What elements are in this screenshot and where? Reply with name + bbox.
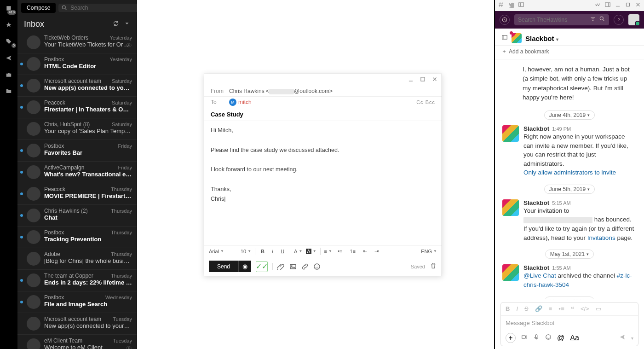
- dropdown-icon[interactable]: [124, 20, 130, 29]
- mention-icon[interactable]: @: [557, 334, 564, 342]
- win-min-icon[interactable]: [615, 1, 621, 10]
- image-icon[interactable]: [289, 263, 297, 270]
- slack-popout-icon[interactable]: [604, 1, 611, 10]
- send-more-button[interactable]: ◉: [238, 261, 251, 272]
- slack-message-input[interactable]: Message Slackbot: [501, 316, 638, 330]
- email-message[interactable]: eM Client TeamTuesday Welcome to eM Clie…: [17, 335, 137, 349]
- date-divider[interactable]: May 1st, 2021▾: [545, 250, 594, 259]
- maximize-icon[interactable]: [420, 76, 426, 84]
- refresh-icon[interactable]: [113, 20, 119, 29]
- font-select[interactable]: Arial▼: [209, 249, 224, 254]
- bold-icon[interactable]: B: [506, 305, 510, 313]
- bold-icon[interactable]: B: [259, 248, 266, 255]
- email-message[interactable]: The team at CopperThursday Ends in 2 day…: [17, 270, 137, 291]
- search-field[interactable]: [58, 4, 142, 12]
- send-more-icon[interactable]: ▾: [631, 336, 633, 341]
- rail-star-icon[interactable]: [3, 19, 14, 30]
- mention-link[interactable]: @Live Chat: [523, 272, 556, 279]
- rail-briefcase-icon[interactable]: [3, 69, 14, 80]
- emoji-icon[interactable]: [313, 263, 321, 270]
- user-avatar[interactable]: [628, 14, 639, 25]
- message-date: Saturday: [112, 122, 132, 127]
- svg-point-33: [546, 335, 551, 340]
- close-icon[interactable]: [431, 76, 438, 84]
- strike-icon[interactable]: S: [524, 305, 529, 313]
- email-message[interactable]: PeacockThursday MOVIE PREMIERE | Firesta…: [17, 183, 137, 205]
- filter-icon[interactable]: [590, 16, 596, 24]
- compose-body[interactable]: Hi Mitch, Please find the case study we …: [204, 121, 442, 245]
- email-message[interactable]: PostboxFriday Favorites Bar: [17, 140, 137, 162]
- svg-rect-25: [605, 3, 610, 6]
- history-icon[interactable]: [500, 15, 510, 25]
- compose-button[interactable]: Compose: [21, 3, 56, 13]
- send-button[interactable]: Send: [209, 261, 238, 272]
- email-message[interactable]: TicketWeb OrdersYesterday Your TicketWeb…: [17, 32, 137, 53]
- search-icon: [61, 5, 68, 11]
- search-input[interactable]: [70, 5, 139, 11]
- slack-panel-icon[interactable]: [518, 1, 524, 10]
- lang-select[interactable]: ENG▼: [421, 249, 437, 254]
- email-message[interactable]: Chris, HubSpot (8)Saturday Your copy of …: [17, 118, 137, 140]
- link-icon[interactable]: 🔗: [535, 305, 542, 313]
- attach-icon[interactable]: [277, 263, 285, 270]
- email-message[interactable]: PostboxThursday Tracking Prevention: [17, 227, 137, 248]
- rail-inbox-icon[interactable]: 419: [3, 3, 14, 14]
- italic-icon[interactable]: I: [270, 248, 275, 255]
- email-message[interactable]: PostboxYesterday HTML Code Editor: [17, 53, 137, 75]
- codeblock-icon[interactable]: ▭: [596, 305, 601, 313]
- rail-send-icon[interactable]: [3, 52, 14, 64]
- date-divider[interactable]: May 4th, 2021▾: [545, 297, 594, 299]
- email-message[interactable]: Microsoft account teamTuesday New app(s)…: [17, 313, 137, 335]
- admin-invite-link[interactable]: Only allow administrators to invite: [523, 169, 616, 176]
- invitations-link[interactable]: Invitations: [587, 234, 615, 241]
- emoji-icon[interactable]: [545, 334, 552, 342]
- slack-check-icon[interactable]: [594, 1, 601, 10]
- date-divider[interactable]: June 5th, 2019▾: [544, 185, 595, 194]
- email-message[interactable]: Chris Hawkins (2)Thursday Chat: [17, 205, 137, 227]
- fontsize-select[interactable]: 10▼: [241, 249, 251, 254]
- outdent-icon[interactable]: ⇤: [361, 247, 369, 255]
- bullet-list-icon[interactable]: ⦁≡: [336, 247, 344, 255]
- subject-field[interactable]: Case Study: [204, 108, 442, 121]
- minimize-icon[interactable]: [408, 76, 414, 84]
- trash-icon[interactable]: [430, 262, 437, 271]
- channel-name[interactable]: Slackbot ▾: [525, 35, 558, 42]
- slack-search[interactable]: [514, 14, 609, 25]
- code-icon[interactable]: </>: [581, 305, 589, 313]
- rail-folder-icon[interactable]: [3, 86, 14, 97]
- indent-icon[interactable]: ⇥: [373, 247, 380, 255]
- video-icon[interactable]: [521, 334, 528, 342]
- link-icon[interactable]: [301, 263, 309, 270]
- email-message[interactable]: PostboxWednesday File and Image Search: [17, 291, 137, 313]
- email-message[interactable]: ActiveCampaignFriday What's new? Transac…: [17, 162, 137, 183]
- search-icon[interactable]: [599, 16, 605, 24]
- quote-icon[interactable]: ❝: [571, 305, 574, 313]
- cc-bcc-toggle[interactable]: Cc Bcc: [416, 99, 435, 105]
- highlight-icon[interactable]: A▼: [306, 249, 316, 254]
- underline-icon[interactable]: U: [279, 248, 286, 255]
- email-message[interactable]: PeacockSaturday Firestarter | In Theater…: [17, 97, 137, 118]
- help-icon[interactable]: ?: [614, 15, 624, 25]
- send-icon[interactable]: [619, 334, 626, 342]
- mic-icon[interactable]: [533, 334, 540, 342]
- date-divider[interactable]: June 4th, 2019▾: [544, 111, 595, 120]
- win-max-icon[interactable]: [625, 1, 631, 10]
- add-bookmark[interactable]: ＋Add a bookmark: [495, 46, 644, 59]
- win-close-icon[interactable]: [635, 1, 641, 10]
- sidebar-toggle-icon[interactable]: [501, 34, 508, 42]
- italic-icon[interactable]: I: [516, 305, 518, 313]
- to-chip[interactable]: M mitch: [229, 99, 252, 106]
- format-icon[interactable]: Aa: [570, 334, 579, 342]
- email-message[interactable]: AdobeThursday [Blog for Chris] the whole…: [17, 248, 137, 270]
- textcolor-icon[interactable]: A▼: [294, 249, 302, 254]
- message-thread: I, however, am not a human. Just a bot (…: [495, 59, 644, 299]
- slack-search-input[interactable]: [518, 17, 587, 23]
- align-icon[interactable]: ≡▼: [324, 249, 332, 254]
- ul-icon[interactable]: ⦁≡: [558, 305, 564, 313]
- rail-tag-icon[interactable]: 5: [3, 36, 14, 47]
- spellcheck-icon[interactable]: ✓✓: [256, 261, 268, 272]
- number-list-icon[interactable]: 1≡: [348, 248, 357, 255]
- ol-icon[interactable]: ≡: [549, 305, 552, 313]
- attach-plus-icon[interactable]: +: [506, 333, 516, 343]
- email-message[interactable]: Microsoft account teamSaturday New app(s…: [17, 75, 137, 97]
